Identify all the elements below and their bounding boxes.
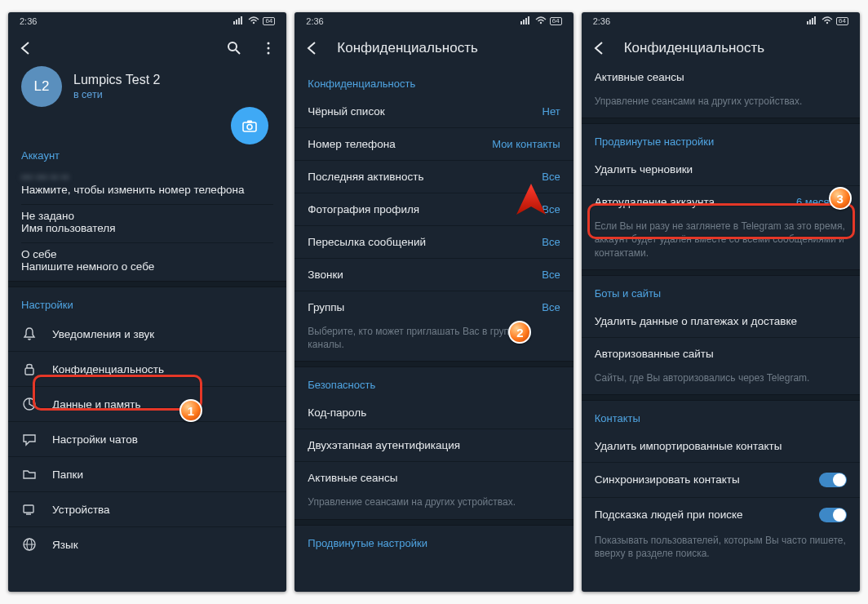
row-value: Все: [542, 269, 560, 281]
svg-rect-21: [523, 20, 525, 24]
section-advanced-header: Продвинутые настройки: [294, 526, 573, 554]
svg-point-9: [268, 52, 270, 55]
section-security-header: Безопасность: [294, 367, 573, 396]
avatar[interactable]: L2: [21, 66, 62, 107]
step-badge-1: 1: [179, 399, 202, 422]
back-button[interactable]: [303, 38, 322, 58]
bots-auth-sites[interactable]: Авторизованные сайты: [582, 337, 860, 370]
privacy-blacklist[interactable]: Чёрный списокНет: [294, 95, 573, 127]
change-photo-button[interactable]: [231, 107, 268, 144]
groups-hint: Выберите, кто может приглашать Вас в гру…: [294, 323, 573, 361]
privacy-photo[interactable]: Фотография профиляВсе: [294, 193, 573, 225]
privacy-forward[interactable]: Пересылка сообщенийВсе: [294, 225, 573, 258]
settings-item-label: Конфиденциальность: [52, 363, 164, 375]
row-label: Активные сеансы: [308, 472, 397, 484]
security-sessions[interactable]: Активные сеансы: [294, 461, 573, 494]
search-button[interactable]: [224, 38, 244, 58]
settings-devices[interactable]: Устройства: [8, 491, 286, 526]
row-label: Авторизованные сайты: [595, 348, 714, 360]
sessions-hint: Управление сеансами на других устройства…: [294, 494, 573, 518]
page-title: Конфиденциальность: [337, 40, 565, 56]
row-label: Синхронизировать контакты: [595, 473, 740, 486]
svg-rect-25: [807, 21, 808, 24]
row-value: Все: [542, 171, 560, 183]
svg-rect-12: [247, 121, 252, 123]
privacy-phone[interactable]: Номер телефонаМои контакты: [294, 127, 573, 160]
privacy-calls[interactable]: ЗвонкиВсе: [294, 258, 573, 291]
row-label: Двухэтапная аутентификация: [308, 439, 460, 451]
toggle-suggest[interactable]: [819, 508, 847, 522]
battery-indicator: 64: [263, 17, 275, 26]
globe-icon: [21, 537, 38, 552]
sessions-hint: Управление сеансами на других устройства…: [582, 93, 860, 118]
row-label: Код-пароль: [308, 406, 366, 419]
contacts-suggest[interactable]: Подсказка людей при поиске: [582, 497, 860, 532]
settings-folders[interactable]: Папки: [8, 456, 286, 491]
contacts-sync[interactable]: Синхронизировать контакты: [582, 462, 860, 497]
settings-chat[interactable]: Настройки чатов: [8, 421, 286, 456]
svg-point-8: [268, 47, 270, 50]
svg-rect-15: [24, 505, 33, 513]
phone-settings: 2:36 64 L2 Lumpics Test 2 в сети: [8, 12, 286, 592]
row-label: Активные сеансы: [595, 71, 684, 83]
wifi-icon: [822, 16, 833, 26]
privacy-groups[interactable]: ГруппыВсе: [294, 291, 573, 323]
suggest-hint: Показывать пользователей, которым Вы час…: [582, 532, 860, 570]
wifi-icon: [535, 16, 547, 26]
back-button[interactable]: [590, 38, 609, 58]
wifi-icon: [248, 16, 259, 26]
titlebar: Конфиденциальность: [582, 30, 860, 66]
privacy-lastseen[interactable]: Последняя активностьВсе: [294, 160, 573, 193]
lock-icon: [21, 362, 38, 376]
step-badge-3: 3: [829, 187, 852, 210]
row-label: Чёрный список: [308, 105, 384, 118]
contacts-delete-imported[interactable]: Удалить импортированные контакты: [582, 429, 860, 462]
svg-rect-20: [520, 21, 522, 24]
bio-value: О себе: [21, 248, 273, 260]
svg-point-29: [826, 22, 828, 24]
row-label: Номер телефона: [308, 138, 395, 150]
row-value: Мои контакты: [492, 138, 560, 150]
security-passcode[interactable]: Код-пароль: [294, 396, 573, 429]
bio-row[interactable]: О себе Напишите немного о себе: [8, 243, 286, 281]
signal-icon: [520, 16, 532, 26]
username-row[interactable]: Не задано Имя пользователя: [8, 205, 286, 242]
bots-payments[interactable]: Удалить данные о платежах и доставке: [582, 304, 860, 337]
back-button[interactable]: [16, 38, 36, 58]
toggle-sync-contacts[interactable]: [819, 473, 847, 487]
settings-language[interactable]: Язык: [8, 526, 286, 562]
svg-rect-1: [236, 20, 237, 24]
phone-number-value: ••• ••• •• ••: [21, 171, 273, 184]
data-icon: [21, 397, 38, 411]
signal-icon: [807, 16, 818, 26]
status-bar: 2:36 64: [294, 12, 573, 30]
status-time: 2:36: [593, 16, 610, 26]
row-label: Группы: [308, 301, 344, 313]
section-privacy-header: Конфиденциальность: [294, 66, 573, 95]
advanced-autodelete[interactable]: Автоудаление аккаунта6 месяцев: [582, 185, 860, 218]
username-hint: Имя пользователя: [21, 222, 273, 234]
advanced-drafts[interactable]: Удалить черновики: [582, 153, 860, 185]
settings-notifications[interactable]: Уведомления и звук: [8, 316, 286, 351]
security-twostep[interactable]: Двухэтапная аутентификация: [294, 429, 573, 461]
profile-name: Lumpics Test 2: [73, 73, 160, 87]
settings-item-label: Данные и память: [52, 398, 140, 411]
titlebar: Конфиденциальность: [294, 30, 573, 66]
settings-privacy[interactable]: Конфиденциальность: [8, 351, 286, 386]
row-label: Удалить черновики: [595, 163, 693, 175]
settings-item-label: Устройства: [52, 504, 110, 516]
svg-rect-23: [528, 16, 529, 24]
row-label: Последняя активность: [308, 171, 423, 183]
phone-number-row[interactable]: ••• ••• •• •• Нажмите, чтобы изменить но…: [8, 167, 286, 204]
settings-data[interactable]: Данные и память: [8, 386, 286, 421]
svg-rect-26: [809, 20, 811, 24]
svg-rect-0: [233, 21, 235, 24]
security-sessions[interactable]: Активные сеансы: [582, 66, 860, 93]
devices-icon: [21, 502, 38, 517]
row-label: Пересылка сообщений: [308, 236, 426, 248]
bell-icon: [21, 326, 38, 341]
signal-icon: [233, 16, 245, 26]
section-advanced-header: Продвинутые настройки: [582, 124, 860, 153]
settings-item-label: Язык: [52, 539, 78, 551]
more-button[interactable]: [259, 38, 278, 58]
